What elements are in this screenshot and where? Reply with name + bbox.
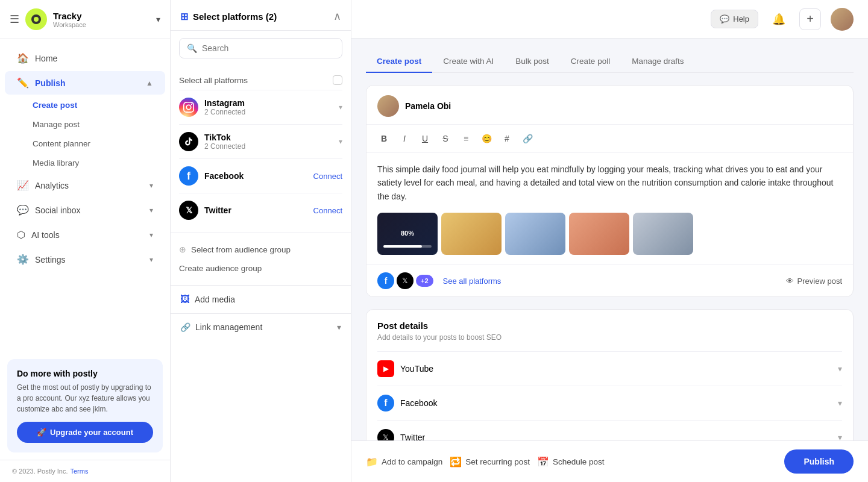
nav-create-post[interactable]: Create post: [5, 96, 165, 114]
facebook-detail-name: Facebook: [400, 398, 437, 408]
platform-item-tiktok[interactable]: TikTok 2 Connected ▾: [179, 124, 342, 158]
nav-analytics[interactable]: 📈 Analytics ▾: [5, 174, 165, 197]
post-toolbar: B I U S ≡ 😊 # 🔗: [366, 124, 853, 153]
twitter-expand-icon: ▾: [838, 433, 842, 440]
brand-chevron-icon[interactable]: ▾: [156, 14, 160, 24]
nav-publish[interactable]: ✏️ Publish ▲: [5, 71, 165, 95]
user-avatar[interactable]: [831, 8, 854, 31]
platform-item-facebook[interactable]: f Facebook Connect: [179, 158, 342, 193]
tiktok-expand-icon[interactable]: ▾: [339, 137, 342, 146]
nav-ai-tools-label: AI tools: [31, 230, 143, 240]
menu-icon[interactable]: ☰: [10, 13, 19, 26]
nav-ai-tools[interactable]: ⬡ AI tools ▾: [5, 223, 165, 246]
link-management-icon: 🔗: [180, 322, 190, 332]
tab-create-poll[interactable]: Create poll: [560, 51, 621, 73]
preview-icon: 👁: [786, 277, 794, 286]
upgrade-button[interactable]: 🚀 Upgrade your account: [17, 422, 153, 443]
nav-media-library[interactable]: Media library: [5, 154, 165, 172]
tab-create-with-ai[interactable]: Create with AI: [432, 51, 505, 73]
notifications-button[interactable]: 🔔: [768, 8, 790, 30]
audience-group-label: Select from audience group: [191, 245, 291, 254]
twitter-connect-button[interactable]: Connect: [313, 206, 342, 215]
see-all-platforms-link[interactable]: See all platforms: [443, 277, 502, 286]
underline-button[interactable]: U: [416, 130, 434, 148]
terms-link[interactable]: Terms: [71, 468, 89, 475]
main-content: 💬 Help 🔔 + Create post Create with AI Bu…: [351, 0, 868, 482]
author-avatar: [377, 95, 399, 117]
schedule-post-button[interactable]: 📅 Schedule post: [537, 456, 605, 468]
media-thumb-2[interactable]: [441, 213, 502, 255]
create-audience-group[interactable]: Create audience group: [179, 259, 342, 278]
platform-search-input[interactable]: [202, 43, 335, 53]
media-thumb-1[interactable]: 80%: [377, 213, 438, 255]
nav-items: 🏠 Home ✏️ Publish ▲ Create post Manage p…: [0, 39, 170, 352]
platform-item-instagram[interactable]: Instagram 2 Connected ▾: [179, 90, 342, 124]
ai-tools-chevron-icon: ▾: [149, 231, 153, 239]
tab-manage-drafts[interactable]: Manage drafts: [621, 51, 694, 73]
link-button[interactable]: 🔗: [518, 130, 536, 148]
emoji-button[interactable]: 😊: [477, 130, 495, 148]
post-text-content[interactable]: This simple daily food journal will help…: [366, 153, 853, 213]
platforms-panel-close-icon[interactable]: ∧: [333, 10, 341, 23]
bold-button[interactable]: B: [375, 130, 393, 148]
nav-analytics-label: Analytics: [35, 181, 143, 190]
brand-info: Tracky Workspace: [53, 11, 150, 28]
platform-search-box[interactable]: 🔍: [179, 38, 342, 58]
hashtag-button[interactable]: #: [498, 130, 516, 148]
nav-settings[interactable]: ⚙️ Settings ▾: [5, 248, 165, 271]
link-mgmt-chevron-icon: ▾: [337, 322, 341, 332]
preview-post-button[interactable]: 👁 Preview post: [786, 277, 842, 286]
select-all-checkbox[interactable]: [333, 75, 342, 85]
add-to-campaign-button[interactable]: 📁 Add to campaign: [366, 456, 442, 468]
progress-bar-track: [383, 245, 432, 248]
search-icon: 🔍: [187, 43, 197, 53]
link-management-section[interactable]: 🔗 Link management ▾: [171, 313, 351, 340]
nav-manage-post[interactable]: Manage post: [5, 115, 165, 134]
help-label: Help: [733, 14, 749, 23]
facebook-detail-left: f Facebook: [377, 395, 437, 412]
twitter-detail-name: Twitter: [400, 433, 425, 440]
youtube-expand-icon: ▾: [838, 364, 842, 374]
media-thumb-5[interactable]: [633, 213, 693, 255]
publish-button[interactable]: Publish: [784, 449, 854, 474]
brand-workspace: Workspace: [53, 21, 150, 28]
media-thumb-4[interactable]: [569, 213, 629, 255]
select-audience-group[interactable]: ⊕ Select from audience group: [179, 240, 342, 259]
tab-bulk-post[interactable]: Bulk post: [505, 51, 560, 73]
upgrade-text: Get the most out of postly by upgrading …: [17, 382, 153, 415]
preview-post-label: Preview post: [797, 277, 842, 286]
nav-social-inbox[interactable]: 💬 Social inbox ▾: [5, 198, 165, 222]
publish-icon: ✏️: [17, 77, 29, 89]
recurring-label: Set recurring post: [465, 457, 530, 466]
tab-create-post[interactable]: Create post: [366, 51, 432, 73]
italic-button[interactable]: I: [395, 130, 414, 148]
help-button[interactable]: 💬 Help: [711, 10, 758, 28]
add-button[interactable]: +: [799, 8, 821, 30]
nav-content-planner[interactable]: Content planner: [5, 134, 165, 153]
facebook-connect-button[interactable]: Connect: [313, 172, 342, 181]
post-detail-twitter[interactable]: 𝕏 Twitter ▾: [377, 420, 842, 440]
twitter-detail-left: 𝕏 Twitter: [377, 429, 425, 440]
platform-item-twitter[interactable]: 𝕏 Twitter Connect: [179, 193, 342, 227]
list-button[interactable]: ≡: [457, 130, 475, 148]
post-detail-facebook[interactable]: f Facebook ▾: [377, 386, 842, 420]
instagram-expand-icon[interactable]: ▾: [339, 103, 342, 111]
set-recurring-button[interactable]: 🔁 Set recurring post: [450, 456, 530, 468]
post-detail-youtube[interactable]: ▶ YouTube ▾: [377, 351, 842, 386]
select-all-row[interactable]: Select all platforms: [179, 70, 342, 90]
youtube-detail-left: ▶ YouTube: [377, 360, 433, 377]
create-post-label: Create post: [33, 101, 77, 110]
post-footer: f 𝕏 +2 See all platforms 👁 Preview post: [366, 264, 853, 296]
add-icon: +: [807, 12, 814, 26]
nav-publish-label: Publish: [35, 78, 140, 88]
strikethrough-button[interactable]: S: [436, 130, 454, 148]
analytics-chevron-icon: ▾: [149, 181, 153, 190]
tiktok-name: TikTok: [204, 133, 339, 142]
add-media-section[interactable]: 🖼 Add media: [171, 285, 351, 313]
nav-home[interactable]: 🏠 Home: [5, 46, 165, 70]
campaign-icon: 📁: [366, 456, 378, 468]
platform-badges-row: f 𝕏 +2 See all platforms: [377, 272, 501, 289]
bottom-actions: 📁 Add to campaign 🔁 Set recurring post 📅…: [366, 456, 604, 468]
post-details-title: Post details: [377, 321, 842, 331]
media-thumb-3[interactable]: [505, 213, 565, 255]
